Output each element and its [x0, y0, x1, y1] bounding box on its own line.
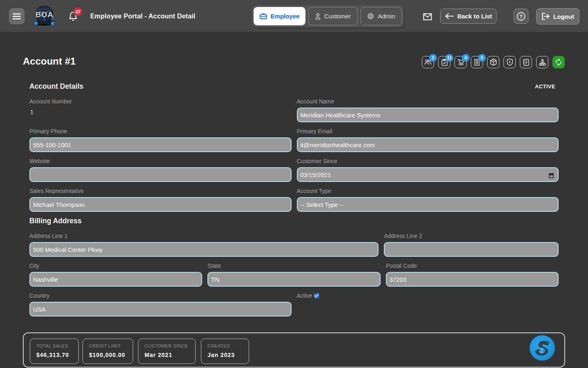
- svg-text:?: ?: [519, 13, 523, 19]
- svg-text:BOA: BOA: [36, 10, 53, 19]
